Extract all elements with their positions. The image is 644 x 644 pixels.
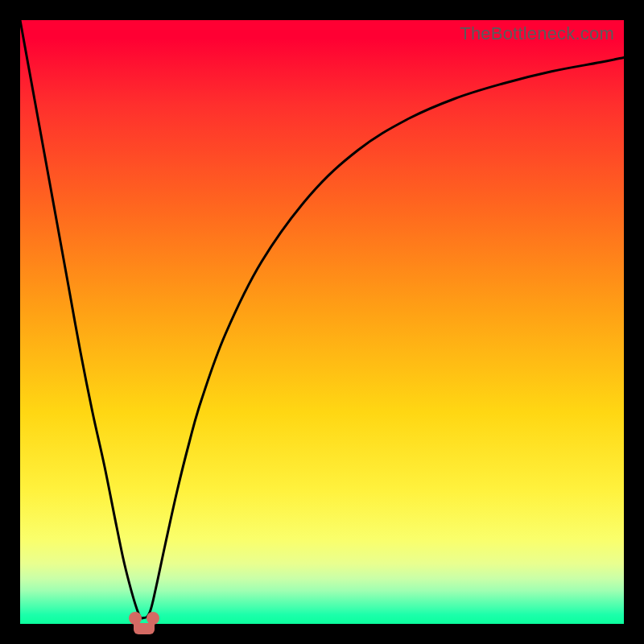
minimum-marker <box>129 612 159 636</box>
marker-base <box>134 623 155 634</box>
watermark-text: TheBottleneck.com <box>460 23 614 44</box>
chart-frame: TheBottleneck.com <box>20 20 624 624</box>
bottleneck-curve <box>20 20 624 624</box>
